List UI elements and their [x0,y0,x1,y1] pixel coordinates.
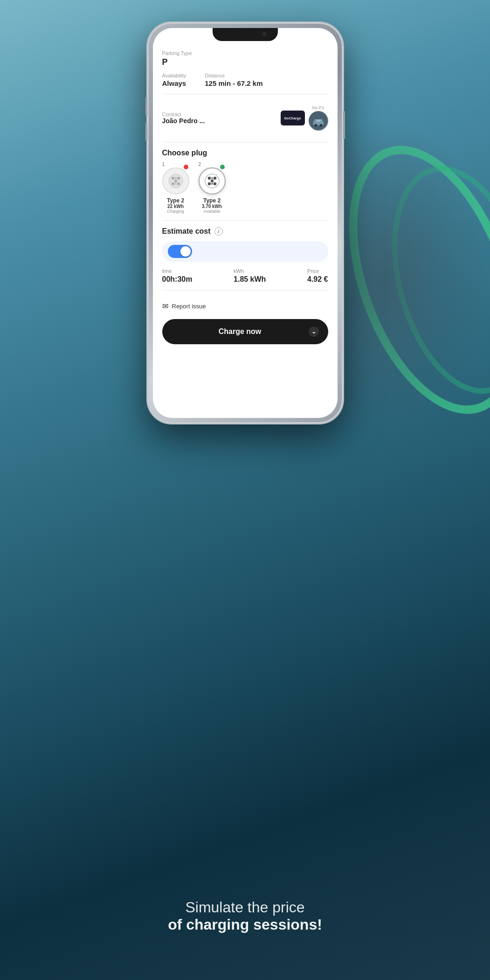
chevron-down-icon: ⌄ [309,327,319,337]
svg-point-14 [213,177,216,180]
price-col: Price 4.92 € [307,268,328,284]
svg-point-17 [210,180,213,182]
ev-avatar [309,111,328,131]
svg-point-13 [207,177,210,180]
connector-icon-2 [204,173,220,189]
plug-number-1: 1 [162,162,165,167]
info-icon[interactable]: i [214,227,223,236]
volume-down-button [145,123,147,141]
distance-col: Distance 125 min - 67.2 km [205,73,262,87]
estimate-toggle[interactable] [168,245,192,258]
svg-point-2 [314,124,317,127]
divider-2 [162,142,328,142]
gocharge-badge: GoCharge [281,111,305,125]
estimate-cost-section: Estimate cost i time 00h:30m [162,227,328,284]
bottom-line1: Simulate the price [0,899,490,916]
svg-point-19 [211,183,213,185]
toggle-knob [180,246,191,257]
plug-type-2: Type 2 [203,197,221,204]
cost-columns: time 00h:30m kWh 1.85 kWh Price 4.92 € [162,268,328,284]
time-label: time [162,268,193,274]
parking-type-label: Parking Type [162,50,328,56]
report-issue-row[interactable]: ✉ Report issue [162,297,328,315]
availability-col: Availability Always [162,73,186,87]
plug-status-2: Available [203,209,220,214]
parking-type-section: Parking Type P [162,50,328,67]
screen-content: Parking Type P Availability Always Dista… [153,41,338,418]
car-icon [310,112,327,130]
contract-right: GoCharge My EV [277,105,328,131]
price-value: 4.92 € [307,275,328,284]
bottom-text-section: Simulate the price of charging sessions! [0,899,490,933]
svg-point-15 [207,182,210,185]
envelope-icon: ✉ [162,302,168,311]
phone-bezel: Parking Type P Availability Always Dista… [147,22,343,424]
kwh-col: kWh 1.85 kWh [234,268,266,284]
svg-point-5 [172,177,174,180]
divider-3 [162,220,328,221]
plugs-row: 1 [162,164,328,214]
contract-value: João Pedro ... [162,117,205,125]
plug-item-1[interactable]: 1 [162,164,189,214]
availability-value: Always [162,79,186,87]
price-label: Price [307,268,328,274]
svg-point-10 [175,177,177,179]
availability-label: Availability [162,73,186,78]
distance-label: Distance [205,73,262,78]
divider-1 [162,94,328,94]
availability-distance-row: Availability Always Distance 125 min - 6… [162,73,328,87]
kwh-label: kWh [234,268,266,274]
choose-plug-section: Choose plug 1 [162,149,328,214]
phone-screen: Parking Type P Availability Always Dista… [153,28,338,418]
plug-item-2[interactable]: 2 [199,164,226,214]
kwh-value: 1.85 kWh [234,275,266,284]
notch [213,28,278,41]
toggle-container [162,241,328,262]
time-value: 00h:30m [162,275,193,284]
estimate-cost-title: Estimate cost [162,227,211,236]
phone-frame: Parking Type P Availability Always Dista… [147,22,343,424]
contract-row: Contract João Pedro ... GoCharge My EV [162,101,328,135]
svg-point-9 [174,180,177,182]
time-col: time 00h:30m [162,268,193,284]
svg-point-3 [319,124,322,127]
distance-value: 125 min - 67.2 km [205,79,262,87]
bottom-line2: of charging sessions! [0,916,490,933]
charge-now-label: Charge now [172,327,309,336]
plug-status-dot-2 [220,165,225,169]
svg-point-8 [177,182,180,185]
badge-text: GoCharge [284,117,301,120]
plug-kwh-1: 22 kWh [167,204,184,209]
plug-number-2: 2 [199,162,201,167]
svg-point-18 [211,177,213,179]
svg-point-16 [213,182,216,185]
front-camera [262,32,267,36]
plug-circle-2 [199,167,226,195]
volume-up-button [145,97,147,116]
svg-point-7 [172,182,174,185]
plug-status-1: Charging [167,209,184,214]
report-issue-text: Report issue [172,303,206,310]
parking-type-value: P [162,57,328,67]
plug-kwh-2: 3.70 kWh [202,204,222,209]
choose-plug-title: Choose plug [162,149,328,157]
contract-label: Contract [162,111,205,117]
plug-circle-1 [162,167,189,195]
svg-point-6 [177,177,180,180]
contract-info: Contract João Pedro ... [162,111,205,125]
charge-now-button[interactable]: Charge now ⌄ [162,319,328,344]
plug-status-dot-1 [184,165,188,169]
power-button [343,111,345,139]
svg-point-11 [175,183,177,185]
my-ev-label: My EV [312,105,324,110]
estimate-title-row: Estimate cost i [162,227,328,236]
connector-icon-1 [168,173,184,189]
plug-type-1: Type 2 [167,197,184,204]
divider-4 [162,290,328,291]
